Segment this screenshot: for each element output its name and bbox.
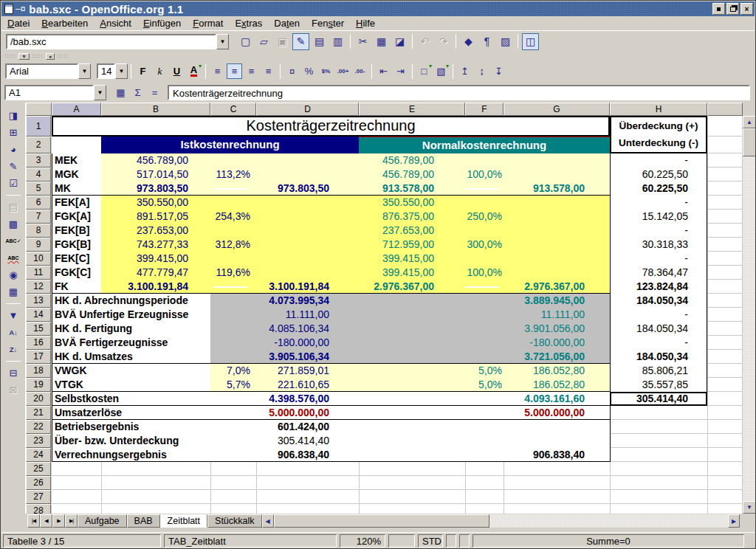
name-box[interactable]: A1 ▼ (4, 85, 106, 100)
currency-format-icon[interactable]: ¤ (284, 63, 300, 79)
istkosten-header-cell[interactable]: Istkostenrechnung (101, 137, 359, 153)
decrease-indent-icon[interactable]: ⇤ (376, 63, 391, 79)
row-label-8[interactable]: FEK[B] (53, 224, 89, 238)
cell-B11[interactable]: 477.779,47 (101, 266, 210, 280)
column-header-D[interactable]: D (256, 103, 359, 116)
row-header-5[interactable]: 5 (26, 182, 51, 196)
font-size-combo[interactable]: 14 ▼ (97, 63, 128, 79)
cell-grid[interactable]: Kostenträgerzeitrechnung Istkostenrechnu… (52, 116, 743, 514)
scroll-down-icon[interactable]: ▼ (743, 501, 756, 514)
cell-H20[interactable]: 305.414,40 (610, 392, 707, 406)
align-vcenter-icon[interactable]: ↨ (474, 63, 489, 79)
sheet-tab-stückkalk[interactable]: Stückkalk (207, 514, 262, 528)
new-document-icon[interactable]: ▢ (237, 33, 254, 50)
insert-icon[interactable]: ◨ (6, 108, 21, 123)
font-name-input[interactable]: Arial (5, 63, 78, 79)
row-header-4[interactable]: 4 (26, 168, 51, 182)
cell-G17[interactable]: 3.721.056,00 (504, 350, 610, 364)
cell-D12[interactable]: 3.100.191,84 (256, 280, 359, 294)
cell-H12[interactable]: 123.824,84 (610, 280, 707, 294)
datasources-icon[interactable]: ▨ (497, 33, 514, 50)
edit-file-icon[interactable]: ✎ (292, 33, 309, 50)
scroll-right-icon[interactable]: ▶ (728, 514, 740, 528)
row-label-6[interactable]: FEK[A] (53, 196, 89, 210)
horizontal-scroll-thumb[interactable] (274, 514, 489, 528)
cell-C11[interactable]: 119,6% (210, 266, 256, 280)
font-color-icon[interactable]: A (186, 63, 202, 79)
cell-H5[interactable]: 60.225,50 (610, 182, 707, 196)
cell-G14[interactable]: 11.111,00 (504, 308, 610, 322)
row-header-21[interactable]: 21 (26, 406, 51, 420)
row-header-3[interactable]: 3 (26, 153, 51, 168)
font-name-combo[interactable]: Arial ▼ (5, 63, 91, 79)
column-header-F[interactable]: F (465, 103, 504, 116)
row-label-5[interactable]: MK (53, 182, 71, 196)
cell-H13[interactable]: 184.050,34 (610, 294, 707, 308)
sheet-tab-aufgabe[interactable]: Aufgabe (78, 514, 127, 528)
row-label-17[interactable]: HK d. Umsatzes (53, 350, 133, 364)
cell-F7[interactable]: 250,0% (465, 210, 504, 224)
column-header-A[interactable]: A (52, 103, 101, 116)
cell-D5[interactable]: 973.803,50 (256, 182, 359, 196)
save-icon[interactable]: ▣ (274, 33, 291, 50)
row-header-14[interactable]: 14 (26, 308, 51, 322)
cell-D13[interactable]: 4.073.995,34 (256, 294, 359, 308)
cell-H11[interactable]: 78.364,47 (610, 266, 707, 280)
cell-B8[interactable]: 237.653,00 (101, 224, 210, 238)
row-label-19[interactable]: VTGK (53, 378, 83, 392)
navigator-icon[interactable]: ◆ (460, 33, 477, 50)
row-header-18[interactable]: 18 (26, 364, 51, 378)
cell-H8[interactable]: - (610, 224, 707, 238)
cell-D20[interactable]: 4.398.576,00 (256, 392, 359, 406)
hyperlink-arrow-icon[interactable]: ▼ (18, 53, 30, 60)
url-dropdown-icon[interactable]: ▼ (216, 34, 229, 49)
vertical-scrollbar[interactable]: ▲ ▼ (743, 116, 756, 514)
cell-E10[interactable]: 399.415,00 (359, 252, 465, 266)
row-label-22[interactable]: Betriebsergebnis (53, 420, 139, 434)
maximize-button[interactable] (726, 3, 739, 15)
column-header-E[interactable]: E (359, 103, 465, 116)
cell-B3[interactable]: 456.789,00 (101, 153, 210, 168)
cell-D19[interactable]: 221.610,65 (256, 378, 359, 392)
sort-ascending-icon[interactable]: A↓ (6, 325, 21, 340)
sheet-title-cell[interactable]: Kostenträgerzeitrechnung (52, 116, 610, 137)
cell-H6[interactable]: - (610, 196, 707, 210)
cell-H9[interactable]: 30.318,33 (610, 238, 707, 252)
row-label-4[interactable]: MGK (53, 168, 79, 182)
cell-D16[interactable]: -180.000,00 (256, 336, 359, 350)
spellcheck-icon[interactable]: ABC✓ (6, 233, 21, 249)
row-label-13[interactable]: HK d. Abrechnungsperiode (53, 294, 188, 308)
column-header-G[interactable]: G (504, 103, 610, 116)
formula-input[interactable]: Kostenträgerzeitrechnung (168, 85, 750, 100)
cell-C5[interactable] (210, 182, 256, 196)
menu-hilfe[interactable]: Hilfe (350, 16, 381, 30)
row-label-21[interactable]: Umsatzerlöse (53, 406, 122, 420)
cell-G12[interactable]: 2.976.367,00 (504, 280, 610, 294)
standard-format-icon[interactable]: $% (318, 63, 334, 79)
row-label-20[interactable]: Selbstkosten (53, 392, 119, 406)
cell-B9[interactable]: 743.277,33 (101, 238, 210, 252)
row-label-16[interactable]: BVÄ Fertigerzeugnisse (53, 336, 168, 350)
autospellcheck-icon[interactable]: ABC (6, 250, 21, 266)
column-header-H[interactable]: H (610, 103, 707, 116)
cell-G5[interactable]: 913.578,00 (504, 182, 610, 196)
cell-H3[interactable]: - (610, 153, 707, 168)
sum-icon[interactable]: Σ (130, 85, 145, 100)
cell-F9[interactable]: 300,0% (465, 238, 504, 252)
cell-reference[interactable]: A1 (4, 85, 94, 100)
select-all-corner[interactable] (26, 103, 52, 116)
cell-B7[interactable]: 891.517,05 (101, 210, 210, 224)
url-input[interactable]: /bab.sxc (6, 34, 216, 49)
percent-format-icon[interactable]: % (301, 63, 317, 79)
row-header-28[interactable]: 28 (26, 504, 51, 514)
align-center-icon[interactable]: ≡ (227, 63, 242, 79)
find-replace-icon[interactable]: ◉ (6, 267, 21, 283)
cell-E6[interactable]: 350.550,00 (359, 196, 465, 210)
remove-decimal-icon[interactable]: .00- (352, 63, 368, 79)
cell-D22[interactable]: 601.424,00 (256, 420, 359, 434)
row-header-26[interactable]: 26 (26, 476, 51, 490)
draw-functions-icon[interactable]: ✎ (6, 159, 21, 174)
prev-sheet-button[interactable]: ◀ (40, 514, 52, 528)
row-header-13[interactable]: 13 (26, 294, 51, 308)
print-icon[interactable]: ▥ (329, 33, 346, 50)
